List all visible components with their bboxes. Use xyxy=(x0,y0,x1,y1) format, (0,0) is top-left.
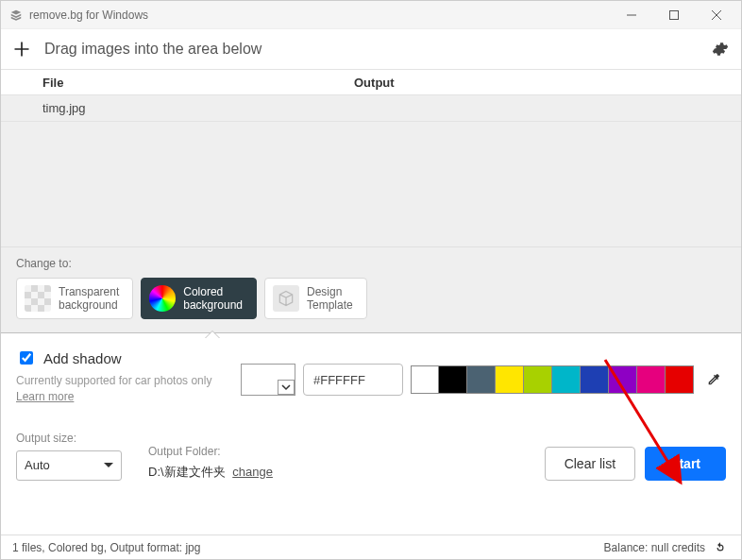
status-balance: Balance: null credits xyxy=(604,541,705,554)
chevron-down-icon[interactable] xyxy=(278,380,295,395)
color-swatches xyxy=(411,365,694,394)
window-close[interactable] xyxy=(695,1,737,29)
eyedropper-button[interactable] xyxy=(701,365,726,394)
col-output-header: Output xyxy=(354,76,741,90)
window-minimize[interactable] xyxy=(610,1,652,29)
window-title: remove.bg for Windows xyxy=(29,8,148,22)
swatch-0[interactable] xyxy=(411,365,439,394)
cube-icon xyxy=(273,285,299,312)
opt-line1: Design xyxy=(307,285,353,298)
table-header: File Output xyxy=(1,69,741,95)
change-to-label: Change to: xyxy=(16,257,726,270)
swatch-1[interactable] xyxy=(439,365,467,394)
opt-line1: Colored xyxy=(183,285,243,298)
clear-list-button[interactable]: Clear list xyxy=(545,447,635,481)
option-design-template[interactable]: Design Template xyxy=(264,278,367,319)
swatch-8[interactable] xyxy=(637,365,666,394)
app-icon xyxy=(8,8,24,23)
add-image-button[interactable] xyxy=(8,36,35,62)
refresh-balance-button[interactable] xyxy=(711,538,730,557)
color-preview-dropdown[interactable] xyxy=(241,364,295,396)
change-to-panel: Change to: Transparent background Colore… xyxy=(1,246,741,332)
output-size-value: Auto xyxy=(25,458,50,472)
drop-hint: Drag images into the area below xyxy=(44,41,698,58)
opt-line1: Transparent xyxy=(59,285,119,298)
learn-more-link[interactable]: Learn more xyxy=(16,390,74,403)
swatch-4[interactable] xyxy=(524,365,552,394)
option-colored-bg[interactable]: Colored background xyxy=(141,278,257,319)
shadow-note: Currently supported for car photos only xyxy=(16,374,211,387)
output-size-select[interactable]: Auto xyxy=(16,450,122,481)
opt-line2: background xyxy=(183,298,243,312)
swatch-5[interactable] xyxy=(552,365,581,394)
start-button[interactable]: Start xyxy=(645,447,726,481)
opt-line2: background xyxy=(59,298,119,312)
settings-button[interactable] xyxy=(707,36,734,62)
cell-file: timg.jpg xyxy=(42,101,86,115)
status-left: 1 files, Colored bg, Output format: jpg xyxy=(12,541,200,554)
titlebar: remove.bg for Windows xyxy=(1,1,741,29)
add-shadow-label: Add shadow xyxy=(43,350,122,366)
output-size-label: Output size: xyxy=(16,432,122,445)
options-panel: Add shadow Currently supported for car p… xyxy=(1,332,741,496)
chevron-down-icon xyxy=(104,458,113,472)
output-folder-path: D:\新建文件夹 xyxy=(148,465,226,479)
swatch-3[interactable] xyxy=(496,365,524,394)
hex-input[interactable] xyxy=(303,364,403,396)
swatch-6[interactable] xyxy=(581,365,609,394)
col-file-header: File xyxy=(42,76,354,90)
toolbar: Drag images into the area below xyxy=(1,29,741,69)
add-shadow-input[interactable] xyxy=(20,351,33,365)
swatch-7[interactable] xyxy=(609,365,637,394)
table-row[interactable]: timg.jpg xyxy=(1,95,741,122)
color-wheel-icon xyxy=(149,285,176,312)
swatch-2[interactable] xyxy=(467,365,496,394)
change-folder-link[interactable]: change xyxy=(232,465,273,479)
swatch-9[interactable] xyxy=(666,365,694,394)
opt-line2: Template xyxy=(307,298,353,312)
output-folder-label: Output Folder: xyxy=(148,445,273,458)
checker-icon xyxy=(25,285,51,312)
status-bar: 1 files, Colored bg, Output format: jpg … xyxy=(1,535,741,559)
file-list[interactable]: timg.jpg xyxy=(1,95,741,246)
add-shadow-checkbox[interactable]: Add shadow xyxy=(16,348,224,367)
window-maximize[interactable] xyxy=(652,1,695,29)
option-transparent-bg[interactable]: Transparent background xyxy=(16,278,133,319)
svg-rect-0 xyxy=(669,10,678,19)
